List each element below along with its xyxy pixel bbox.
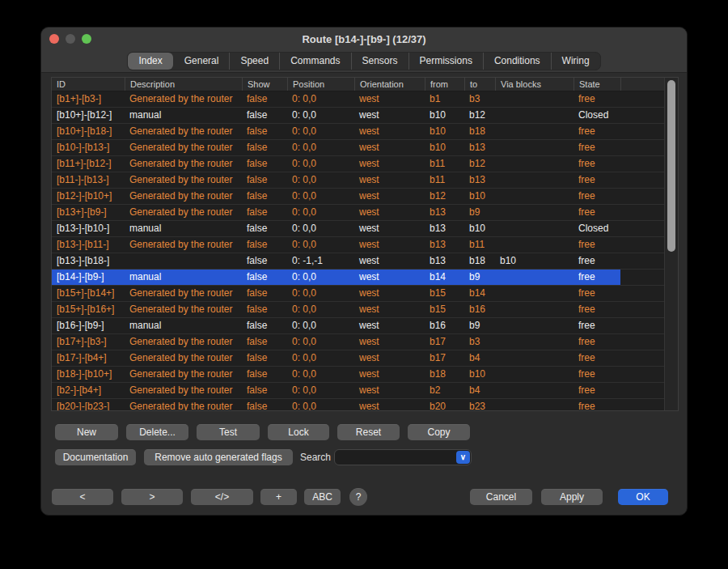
cell-position: 0: 0,0 xyxy=(287,172,354,188)
table-body: [b1+]-[b3-] Generated by the router fals… xyxy=(52,91,664,410)
table-row[interactable]: [b12-]-[b10+] Generated by the router fa… xyxy=(52,189,664,205)
cell-orientation: west xyxy=(354,286,425,301)
cell-to: b11 xyxy=(464,237,495,253)
column-header-to[interactable]: to xyxy=(464,78,495,91)
cell-description: manual xyxy=(125,108,242,123)
cell-position: 0: 0,0 xyxy=(287,221,354,236)
remove-auto-generated-flags-button[interactable]: Remove auto generated flags xyxy=(144,449,293,465)
tab-general[interactable]: General xyxy=(173,53,230,70)
abc-button[interactable]: ABC xyxy=(304,489,341,505)
tab-speed[interactable]: Speed xyxy=(229,53,279,70)
column-header-state[interactable]: State xyxy=(574,78,620,91)
tab-index[interactable]: Index xyxy=(128,53,172,70)
table-row[interactable]: [b2-]-[b4+] Generated by the router fals… xyxy=(52,383,664,399)
table-row[interactable]: [b10-]-[b13-] Generated by the router fa… xyxy=(52,140,664,156)
vertical-scrollbar[interactable] xyxy=(664,78,678,410)
cell-state: free xyxy=(574,253,620,269)
column-header-from[interactable]: from xyxy=(425,78,464,91)
search-input[interactable] xyxy=(338,451,451,464)
cell-id: [b11+]-[b12-] xyxy=(52,156,125,172)
documentation-button[interactable]: Documentation xyxy=(55,449,136,465)
cell-show: false xyxy=(242,237,287,253)
tab-sensors[interactable]: Sensors xyxy=(351,53,408,70)
column-header-id[interactable]: ID xyxy=(52,78,125,91)
chevron-down-icon[interactable]: ∨ xyxy=(456,451,470,464)
help-button[interactable]: ? xyxy=(349,488,367,506)
table-row[interactable]: [b10+]-[b18-] Generated by the router fa… xyxy=(52,124,664,140)
cell-filler xyxy=(620,253,664,269)
cell-filler xyxy=(620,124,664,139)
cell-id: [b10+]-[b12-] xyxy=(52,108,125,123)
cell-state: free xyxy=(574,156,620,172)
table-row[interactable]: [b20-]-[b23-] Generated by the router fa… xyxy=(52,399,664,410)
cell-description: Generated by the router xyxy=(125,399,242,410)
cell-state: free xyxy=(574,237,620,253)
code-button[interactable]: </> xyxy=(191,489,253,505)
ok-button[interactable]: OK xyxy=(618,489,668,505)
table-row[interactable]: [b13-]-[b11-] Generated by the router fa… xyxy=(52,237,664,253)
cell-id: [b15+]-[b14+] xyxy=(52,286,125,301)
lock-button[interactable]: Lock xyxy=(268,424,329,440)
apply-button[interactable]: Apply xyxy=(541,489,603,505)
column-header-description[interactable]: Description xyxy=(125,78,242,91)
cell-state: free xyxy=(574,399,620,410)
cell-state: Closed xyxy=(574,108,620,123)
table-row[interactable]: [b1+]-[b3-] Generated by the router fals… xyxy=(52,91,664,108)
table-row[interactable]: [b14-]-[b9-] manual false 0: 0,0 west b1… xyxy=(52,270,664,286)
reset-button[interactable]: Reset xyxy=(337,424,400,440)
delete-button[interactable]: Delete... xyxy=(126,424,188,440)
table-row[interactable]: [b17-]-[b4+] Generated by the router fal… xyxy=(52,350,664,367)
cell-description: Generated by the router xyxy=(125,91,242,107)
table-row[interactable]: [b13+]-[b9-] Generated by the router fal… xyxy=(52,205,664,221)
cell-from: b12 xyxy=(425,189,464,204)
copy-button[interactable]: Copy xyxy=(408,424,470,440)
column-header-via-blocks[interactable]: Via blocks xyxy=(495,78,574,91)
tab-wiring[interactable]: Wiring xyxy=(551,53,600,70)
cell-from: b10 xyxy=(425,108,464,123)
table-row[interactable]: [b11-]-[b13-] Generated by the router fa… xyxy=(52,172,664,189)
column-header-position[interactable]: Position xyxy=(287,78,354,91)
table-row[interactable]: [b11+]-[b12-] Generated by the router fa… xyxy=(52,156,664,172)
previous-route-button[interactable]: < xyxy=(52,489,113,505)
tab-permissions[interactable]: Permissions xyxy=(408,53,483,70)
tab-conditions[interactable]: Conditions xyxy=(483,53,551,70)
cell-orientation: west xyxy=(354,318,425,333)
cell-description: Generated by the router xyxy=(125,237,242,253)
cell-id: [b13-]-[b11-] xyxy=(52,237,125,253)
table-row[interactable]: [b15+]-[b14+] Generated by the router fa… xyxy=(52,286,664,302)
cell-show: false xyxy=(242,350,287,366)
add-button[interactable]: + xyxy=(260,489,297,505)
cell-description: Generated by the router xyxy=(125,383,242,398)
table-row[interactable]: [b16-]-[b9-] manual false 0: 0,0 west b1… xyxy=(52,318,664,334)
table-row[interactable]: [b10+]-[b12-] manual false 0: 0,0 west b… xyxy=(52,108,664,124)
cell-position: 0: 0,0 xyxy=(287,318,354,333)
table-row[interactable]: [b13-]-[b18-] false 0: -1,-1 west b13 b1… xyxy=(52,253,664,270)
cell-to: b10 xyxy=(464,221,495,236)
tab-commands[interactable]: Commands xyxy=(279,53,350,70)
column-header-show[interactable]: Show xyxy=(242,78,287,91)
new-button[interactable]: New xyxy=(55,424,118,440)
next-route-button[interactable]: > xyxy=(121,489,183,505)
table-row[interactable]: [b18-]-[b10+] Generated by the router fa… xyxy=(52,367,664,383)
cell-description: Generated by the router xyxy=(125,172,242,188)
cell-description: Generated by the router xyxy=(125,350,242,366)
table-row[interactable]: [b15+]-[b16+] Generated by the router fa… xyxy=(52,302,664,318)
cell-filler xyxy=(620,334,664,350)
route-dialog-window: Route [b14-]-[b9-] (12/37) Index General… xyxy=(40,27,688,516)
cell-to: b13 xyxy=(464,140,495,155)
scrollbar-thumb[interactable] xyxy=(667,80,675,252)
cell-orientation: west xyxy=(354,108,425,123)
cell-state: free xyxy=(574,124,620,139)
cell-via-blocks xyxy=(495,189,574,204)
cell-from: b17 xyxy=(425,350,464,366)
column-header-orientation[interactable]: Orientation xyxy=(354,78,425,91)
cell-show: false xyxy=(242,399,287,410)
cell-from: b13 xyxy=(425,253,464,269)
titlebar: Route [b14-]-[b9-] (12/37) xyxy=(41,28,687,50)
table-row[interactable]: [b13-]-[b10-] manual false 0: 0,0 west b… xyxy=(52,221,664,237)
cell-orientation: west xyxy=(354,270,425,285)
cancel-button[interactable]: Cancel xyxy=(470,489,532,505)
test-button[interactable]: Test xyxy=(197,424,260,440)
cell-to: b9 xyxy=(464,318,495,333)
table-row[interactable]: [b17+]-[b3-] Generated by the router fal… xyxy=(52,334,664,350)
